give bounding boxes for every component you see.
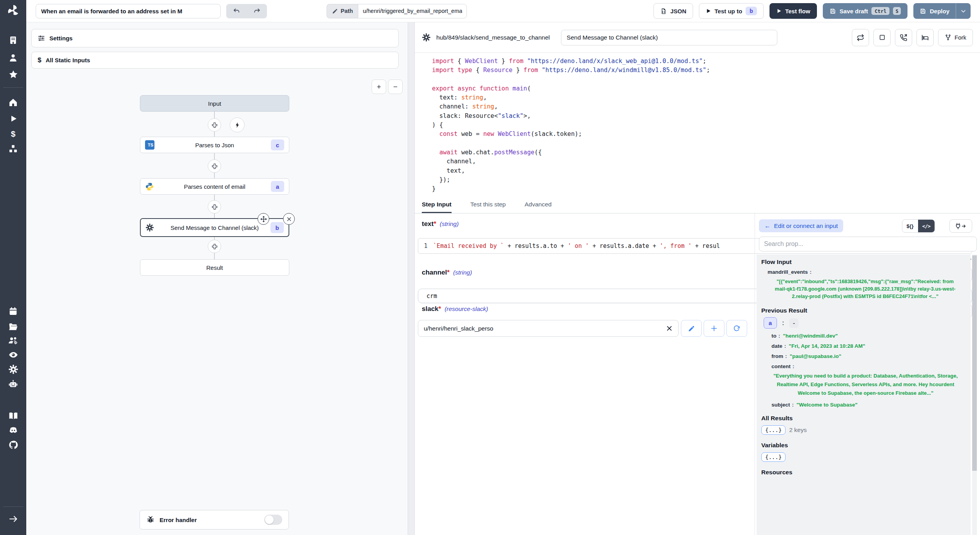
clear-resource-button[interactable] [666,325,673,332]
sidebar-item-folders[interactable] [0,320,26,333]
expand-object-chip[interactable]: {...} [761,452,786,462]
collapse-chip[interactable]: - [789,318,799,328]
sidebar-item-groups[interactable] [0,334,26,347]
all-static-inputs-button[interactable]: $ All Static Inputs [31,52,399,69]
sidebar-item-workers[interactable] [0,378,26,391]
sidebar-item-schedules[interactable] [0,304,26,318]
flow-node-result[interactable]: Result [140,259,289,276]
sidebar-divider [3,87,23,88]
path-button[interactable]: Path [327,4,358,18]
prop-row-content[interactable]: content: [771,363,966,369]
sidebar-item-workspace[interactable] [0,33,26,47]
pencil-icon [332,8,338,14]
zoom-out-button[interactable]: − [388,80,403,94]
panel-divider[interactable] [408,22,415,535]
delete-step-button[interactable] [283,213,295,225]
slack-resource-picker[interactable]: u/henri/henri_slack_perso [418,320,679,337]
flow-input-value[interactable]: "[{"event":"inbound","ts":1683819426,"ms… [771,278,960,300]
prop-search-input[interactable] [759,237,977,251]
flow-node-parses-content[interactable]: Parses content of email a [140,178,289,195]
phone-incoming-icon [900,34,907,42]
flow-node-parses-to-json[interactable]: TS Parses to Json c [140,137,289,153]
all-results-title: All Results [761,415,966,422]
plus-icon [211,163,218,170]
sidebar-item-settings[interactable] [0,363,26,376]
error-handler-toggle[interactable] [264,515,282,525]
required-asterisk: * [447,269,450,277]
path-input[interactable] [358,4,467,18]
sidebar-item-github[interactable] [0,438,26,452]
save-draft-button[interactable]: Save draft Ctrl S [823,3,907,19]
flow-title-input[interactable] [36,4,221,18]
sidebar-item-docs[interactable] [0,409,26,423]
add-trigger-button[interactable] [230,117,245,132]
prop-content-value[interactable]: "Everything you need to build a product:… [768,372,964,398]
redo-button[interactable] [247,4,267,18]
edit-or-connect-button[interactable]: ← Edit or connect an input [759,219,843,232]
field-name: slack [422,305,439,313]
test-flow-button[interactable]: Test flow [769,3,817,19]
prop-row-from[interactable]: from: "paul@supabase.io" [771,353,966,359]
script-code-editor[interactable]: import { WebClient } from "https://deno.… [415,53,980,197]
flow-node-label: Send Message to Channel (slack) [141,224,289,231]
zoom-in-button[interactable]: + [372,80,386,94]
prop-row-date[interactable]: date: "Fri, Apr 14, 2023 at 10:28 AM" [771,343,966,349]
user-icon [8,53,18,63]
edit-resource-button[interactable] [681,320,702,337]
tab-test-this-step[interactable]: Test this step [470,197,506,213]
flow-node-label: Result [140,264,289,271]
sleep-button[interactable] [916,29,934,46]
add-resource-button[interactable] [704,320,724,337]
prop-row-subject[interactable]: subject: "Welcome to Supabase" [771,402,966,408]
prop-key: to [771,333,777,339]
sidebar-item-audit[interactable] [0,348,26,361]
flow-node-label: Parses to Json [140,142,289,148]
sidebar-item-favorites[interactable] [0,68,26,81]
step-summary-input[interactable] [561,30,777,45]
scrollbar-thumb[interactable] [972,255,977,471]
add-step-button[interactable] [208,240,221,253]
add-step-button[interactable] [208,200,221,213]
tab-advanced[interactable]: Advanced [524,197,552,213]
sidebar-item-resources[interactable] [0,142,26,155]
sidebar-item-variables[interactable]: $ [0,127,26,141]
add-step-button[interactable] [208,159,221,173]
reload-script-button[interactable] [852,29,869,46]
move-step-handle[interactable] [258,213,269,225]
refresh-resource-button[interactable] [726,320,747,337]
add-step-button[interactable] [208,118,221,132]
slack-resource-value: u/henri/henri_slack_perso [424,325,494,332]
prop-scrollbar[interactable] [972,255,977,535]
line-number: 1 [418,242,433,249]
deploy-dropdown-button[interactable] [956,3,971,19]
sidebar-item-home[interactable] [0,96,26,109]
prop-key: from [771,353,783,359]
flow-input-key-row[interactable]: mandrill_events: [768,269,966,275]
sidebar-item-runs[interactable] [0,112,26,125]
prop-key: content [771,363,791,369]
step-header: hub/849/slack/send_message_to_channel Fo… [415,22,980,53]
flow-node-input[interactable]: Input [140,95,289,112]
refresh-icon [733,325,740,332]
sidebar-item-discord[interactable] [0,424,26,437]
deploy-button[interactable]: Deploy [913,3,956,19]
all-results-meta: 2 keys [789,427,807,434]
fork-button[interactable]: Fork [938,29,973,46]
stop-after-button[interactable] [873,29,891,46]
step-badge-chip[interactable]: a [764,317,777,329]
undo-button[interactable] [226,4,247,18]
suspend-button[interactable] [895,29,912,46]
field-name: channel [422,269,447,277]
prop-row-to[interactable]: to: "henri@windmill.dev" [771,333,966,339]
expand-object-chip[interactable]: {...} [761,425,786,435]
sidebar-expand-button[interactable] [0,512,26,526]
json-button[interactable]: JSON [653,3,693,19]
sidebar-item-user[interactable] [0,51,26,64]
pencil-icon [688,325,695,332]
flow-settings-button[interactable]: Settings [31,29,399,47]
file-json-icon [660,8,667,14]
windmill-logo[interactable] [0,4,26,17]
test-up-to-button[interactable]: Test up to b [699,3,764,19]
error-handler-node[interactable]: Error handler [140,510,289,530]
tab-step-input[interactable]: Step Input [422,197,452,213]
